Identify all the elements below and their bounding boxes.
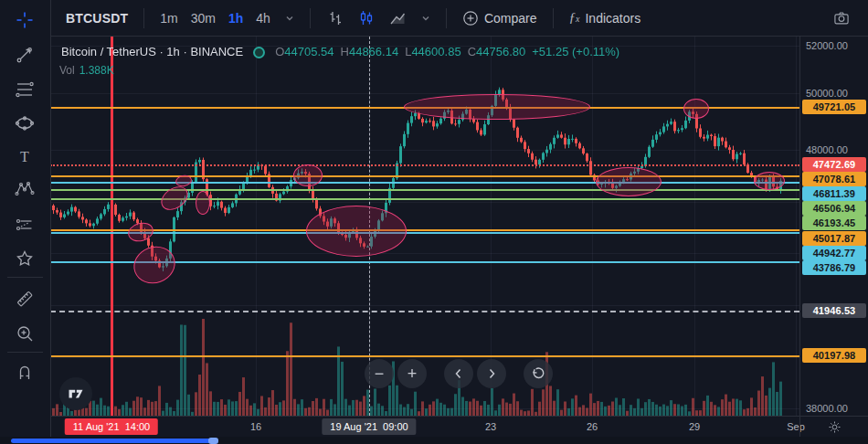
sidebar-divider: [7, 352, 43, 353]
drawing-toolbar: T: [0, 0, 51, 437]
price-level-line[interactable]: [50, 189, 799, 191]
axis-settings-corner[interactable]: [799, 416, 868, 438]
price-axis-label: 38000.00: [806, 403, 848, 414]
time-axis-label: 16: [250, 421, 261, 432]
close-label: C: [468, 45, 476, 58]
minus-icon: −: [375, 365, 385, 384]
ellipse-annotation[interactable]: [596, 167, 662, 196]
compare-label: Compare: [484, 11, 537, 26]
chart-pane[interactable]: Bitcoin / TetherUS · 1h · BINANCE O44705…: [50, 37, 799, 416]
separator: [553, 8, 554, 28]
plus-icon: +: [408, 365, 418, 384]
market-status-dot-icon[interactable]: [253, 47, 265, 58]
interval-1h[interactable]: 1h: [222, 7, 249, 29]
price-axis-badge: 47472.69: [802, 157, 866, 172]
time-axis-label: 29: [689, 421, 700, 432]
separator: [310, 8, 311, 28]
symbol-label: BTCUSDT: [66, 11, 128, 26]
indicators-button[interactable]: ƒx Indicators: [563, 6, 648, 29]
price-axis-badge: 44942.77: [802, 246, 866, 260]
price-level-line[interactable]: [50, 175, 799, 177]
price-level-line[interactable]: [50, 229, 799, 231]
reset-arrow-icon: [531, 366, 545, 381]
time-axis-label: 26: [587, 421, 598, 432]
plus-circle-icon: [462, 10, 479, 26]
price-level-line[interactable]: [50, 232, 799, 234]
separator: [446, 8, 447, 28]
ellipse-annotation[interactable]: [306, 206, 407, 257]
favorites-star-tool[interactable]: [10, 244, 39, 273]
compare-button[interactable]: Compare: [456, 6, 544, 30]
price-axis-badge: 46193.45: [802, 216, 866, 230]
chart-type-area-icon[interactable]: [382, 5, 413, 31]
time-axis-badge: 19 Aug '21 09:00: [322, 418, 416, 435]
price-axis-label: 52000.00: [806, 40, 848, 51]
measure-ruler-tool[interactable]: [10, 284, 39, 313]
low-value: 44600.85: [411, 45, 460, 58]
crosshair-tool[interactable]: [10, 5, 39, 35]
scroll-left-button[interactable]: [444, 359, 473, 388]
price-axis[interactable]: 52000.0050000.0048000.0040000.0038000.00…: [799, 37, 868, 416]
price-axis-label: 50000.00: [806, 88, 848, 99]
chart-type-candles-icon[interactable]: [351, 5, 382, 31]
tradingview-logo[interactable]: [59, 377, 92, 410]
pair-title[interactable]: Bitcoin / TetherUS · 1h · BINANCE: [61, 44, 243, 60]
high-label: H: [341, 45, 349, 58]
reset-chart-button[interactable]: [524, 359, 553, 388]
separator: [143, 8, 144, 28]
ellipse-shape-tool[interactable]: [10, 109, 39, 138]
price-axis-badge: 49721.05: [802, 100, 866, 114]
interval-1m[interactable]: 1m: [153, 7, 184, 29]
svg-text:T: T: [20, 149, 29, 164]
ellipse-annotation[interactable]: [293, 164, 323, 186]
zoom-in-button[interactable]: +: [397, 359, 427, 388]
interval-30m[interactable]: 30m: [185, 7, 222, 29]
trend-line-tool[interactable]: [10, 40, 39, 69]
symbol-button[interactable]: BTCUSDT: [59, 7, 134, 29]
gear-icon: [827, 419, 842, 435]
price-level-line[interactable]: [50, 164, 799, 166]
chart-type-menu-chevron-icon[interactable]: [415, 10, 437, 26]
price-level-line[interactable]: [50, 355, 799, 357]
bottom-scrollbar-track: [0, 437, 868, 444]
magnet-tool[interactable]: [10, 357, 39, 386]
chevron-left-icon: [453, 368, 464, 379]
xabcd-pattern-tool[interactable]: [10, 174, 39, 204]
close-value: 44756.80: [476, 45, 525, 58]
ellipse-annotation[interactable]: [404, 94, 590, 120]
vertical-line-annotation[interactable]: [111, 37, 113, 416]
chart-type-bars-icon[interactable]: [320, 5, 351, 31]
bottom-scrollbar-thumb[interactable]: [11, 439, 211, 443]
scroll-right-button[interactable]: [477, 359, 506, 388]
price-axis-badge: 46506.94: [802, 201, 866, 216]
time-axis-badge: 11 Aug '21 14:00: [65, 418, 158, 435]
chart-legend: Bitcoin / TetherUS · 1h · BINANCE O44705…: [59, 44, 619, 79]
price-axis-badge: 47078.61: [802, 172, 866, 186]
zoom-out-button[interactable]: −: [365, 359, 394, 388]
high-value: 44866.14: [349, 45, 398, 58]
fx-icon: ƒx: [569, 10, 580, 26]
ellipse-annotation[interactable]: [754, 172, 785, 190]
scrollbar-handle[interactable]: [208, 438, 218, 444]
volume-label: Vol: [59, 64, 75, 77]
ellipse-annotation[interactable]: [196, 191, 210, 215]
zoom-in-tool[interactable]: [10, 319, 39, 348]
forecast-projection-tool[interactable]: [10, 210, 39, 239]
price-axis-badge: 40197.98: [802, 348, 866, 363]
time-axis[interactable]: 16232629Sep11 Aug '21 14:0019 Aug '21 09…: [50, 416, 799, 438]
interval-4h[interactable]: 4h: [249, 7, 277, 29]
screenshot-camera-icon[interactable]: [826, 5, 857, 31]
price-level-line[interactable]: [50, 311, 799, 312]
ellipse-annotation[interactable]: [683, 99, 709, 119]
chart-nav-controls: − +: [365, 359, 556, 388]
fib-retracement-tool[interactable]: [10, 75, 39, 104]
text-tool[interactable]: T: [10, 143, 39, 172]
interval-menu-chevron-icon[interactable]: [279, 10, 301, 26]
volume-value: 1.388K: [79, 64, 114, 77]
price-axis-badge: 41946.53: [802, 303, 866, 318]
price-level-line[interactable]: [50, 182, 799, 184]
time-axis-label: 23: [485, 421, 496, 432]
price-axis-badge: 46811.39: [802, 186, 866, 201]
tradingview-app: BTCUSDT 1m 30m 1h 4h: [0, 0, 868, 444]
change-value: +51.25 (+0.11%): [532, 44, 619, 60]
